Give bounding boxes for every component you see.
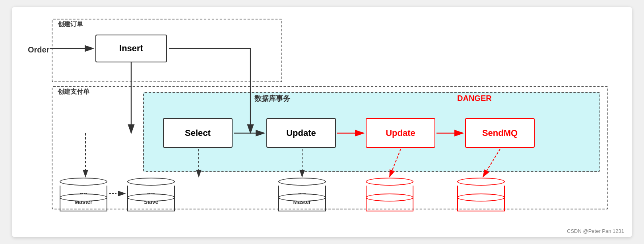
label-shujuku-shiwu: 数据库事务 [254, 94, 290, 103]
cyl-huancun: 缓存 [366, 178, 413, 211]
cyl-bottom-slave [127, 194, 175, 201]
box-sendmq: SendMQ [465, 118, 535, 148]
box-update-red: Update [366, 118, 435, 148]
cyl-top-hc [366, 178, 413, 186]
cyl-xiaoxi: 消息队列 [457, 178, 505, 211]
diagram-area: 创建订单 创建支付单 数据库事务 DANGER Order Insert Sel… [20, 15, 624, 221]
cyl-top-slave [127, 178, 175, 186]
cyl-bottom-hc [366, 194, 413, 201]
order-label: Order [28, 45, 49, 54]
cyl-bottom-m2 [278, 194, 326, 201]
box-insert: Insert [95, 35, 167, 62]
cyl-db-slave: DBSlave [127, 178, 175, 211]
cyl-body-m2: DBMaster [278, 186, 326, 211]
label-chuangjian-zhifudan: 创建支付单 [58, 88, 89, 96]
box-update-black: Update [266, 118, 336, 148]
cyl-body: DBMaster [60, 186, 107, 211]
cyl-body-slave: DBSlave [127, 186, 175, 211]
cyl-body-hc: 缓存 [366, 186, 413, 211]
cyl-top-m2 [278, 178, 326, 186]
cyl-body-xx: 消息队列 [457, 186, 505, 211]
cyl-top [60, 178, 107, 186]
cyl-top-xx [457, 178, 505, 186]
cyl-db-master2: DBMaster [278, 178, 326, 211]
label-chuangjian-dingdan: 创建订单 [58, 20, 83, 29]
cyl-bottom [60, 194, 107, 201]
watermark: CSDN @Peter Pan 1231 [567, 228, 624, 234]
cyl-db-master1: DBMaster [60, 178, 107, 211]
box-select: Select [163, 118, 233, 148]
cyl-bottom-xx [457, 194, 505, 201]
diagram-card: 创建订单 创建支付单 数据库事务 DANGER Order Insert Sel… [12, 7, 632, 237]
label-danger: DANGER [457, 94, 492, 103]
box-chuangjian-dingdan [52, 19, 282, 82]
